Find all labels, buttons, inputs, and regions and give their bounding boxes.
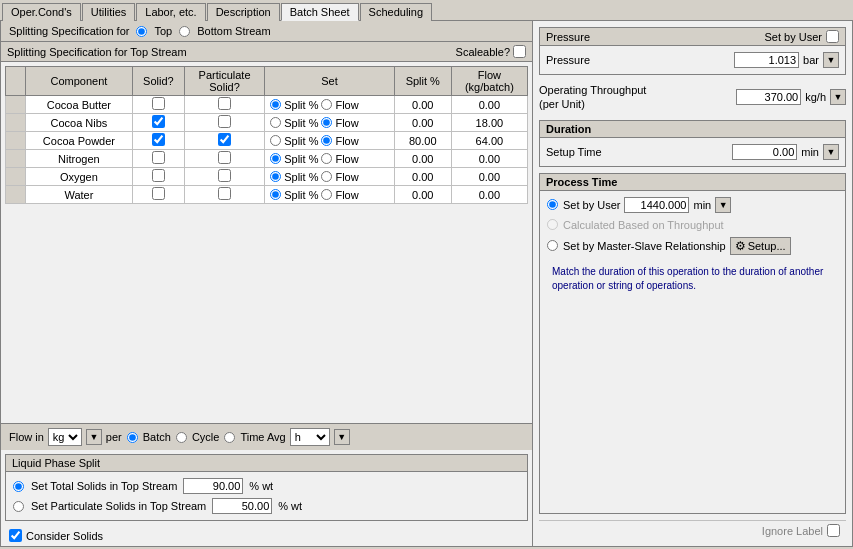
consider-solids-checkbox[interactable] (9, 529, 22, 542)
tab-utilities[interactable]: Utilities (82, 3, 135, 21)
duration-section: Duration Setup Time min ▼ (539, 120, 846, 167)
split-value-3: 0.00 (394, 150, 451, 168)
setup-button[interactable]: ⚙ Setup... (730, 237, 791, 255)
particulate-checkbox-0[interactable] (218, 97, 231, 110)
pressure-label: Pressure (546, 54, 730, 66)
flow-radio-4[interactable] (321, 171, 332, 182)
solid-checkbox-2[interactable] (152, 133, 165, 146)
process-time-input[interactable] (624, 197, 689, 213)
particulate-checkbox-3[interactable] (218, 151, 231, 164)
flow-radio-2[interactable] (321, 135, 332, 146)
flow-unit-dropdown[interactable]: ▼ (86, 429, 102, 445)
scaleable-label: Scaleable? (456, 46, 510, 58)
time-avg-label: Time Avg (240, 431, 285, 443)
flow-radio-5[interactable] (321, 189, 332, 200)
split-pct-radio-2[interactable] (270, 135, 281, 146)
particulate-checkbox-4[interactable] (218, 169, 231, 182)
lp-unit-2: % wt (278, 500, 302, 512)
setup-btn-label: Setup... (748, 240, 786, 252)
tab-labor[interactable]: Labor, etc. (136, 3, 205, 21)
row-num-2 (6, 132, 26, 150)
flow-unit-select[interactable]: kg lb (48, 428, 82, 446)
set-by-user-row: Set by User min ▼ (546, 197, 839, 213)
pressure-unit-dropdown[interactable]: ▼ (823, 52, 839, 68)
particulate-checkbox-5[interactable] (218, 187, 231, 200)
flow-value-5: 0.00 (451, 186, 527, 204)
scaleable-checkbox[interactable] (513, 45, 526, 58)
solid-checkbox-4[interactable] (152, 169, 165, 182)
ignore-label-checkbox[interactable] (827, 524, 840, 537)
duration-body: Setup Time min ▼ (540, 138, 845, 166)
set-2: Split %Flow (265, 132, 395, 150)
lp-total-solids-input[interactable] (183, 478, 243, 494)
component-1: Cocoa Nibs (26, 114, 133, 132)
tab-oper-conds[interactable]: Oper.Cond's (2, 3, 81, 21)
lp-total-solids-label: Set Total Solids in Top Stream (31, 480, 177, 492)
calc-throughput-label: Calculated Based on Throughput (563, 219, 724, 231)
cycle-radio[interactable] (176, 432, 187, 443)
lp-total-solids-radio[interactable] (13, 481, 24, 492)
lp-particulate-solids-radio[interactable] (13, 501, 24, 512)
splitting-spec-label: Splitting Specification for (9, 25, 129, 37)
particulate-4 (184, 168, 264, 186)
master-slave-label: Set by Master-Slave Relationship (563, 240, 726, 252)
batch-radio[interactable] (127, 432, 138, 443)
component-0: Cocoa Butter (26, 96, 133, 114)
throughput-input[interactable] (736, 89, 801, 105)
solid-5 (132, 186, 184, 204)
flow-label-5: Flow (335, 189, 358, 201)
throughput-unit-dropdown[interactable]: ▼ (830, 89, 846, 105)
tab-scheduling[interactable]: Scheduling (360, 3, 432, 21)
particulate-checkbox-2[interactable] (218, 133, 231, 146)
liquid-phase-body: Set Total Solids in Top Stream % wt Set … (6, 472, 527, 520)
set-1: Split %Flow (265, 114, 395, 132)
split-pct-radio-0[interactable] (270, 99, 281, 110)
col-solid: Solid? (132, 67, 184, 96)
flow-value-4: 0.00 (451, 168, 527, 186)
per-label: per (106, 431, 122, 443)
section-header: Splitting Specification for Top Stream S… (1, 42, 532, 62)
set-3: Split %Flow (265, 150, 395, 168)
components-table: Component Solid? ParticulateSolid? Set S… (5, 66, 528, 204)
lp-unit-1: % wt (249, 480, 273, 492)
lp-particulate-solids-input[interactable] (212, 498, 272, 514)
pressure-body: Pressure bar ▼ (540, 46, 845, 74)
split-pct-radio-4[interactable] (270, 171, 281, 182)
split-pct-radio-3[interactable] (270, 153, 281, 164)
flow-radio-3[interactable] (321, 153, 332, 164)
process-time-unit-dropdown[interactable]: ▼ (715, 197, 731, 213)
top-stream-radio[interactable] (136, 26, 147, 37)
tab-description[interactable]: Description (207, 3, 280, 21)
setup-time-input[interactable] (732, 144, 797, 160)
solid-checkbox-3[interactable] (152, 151, 165, 164)
split-pct-radio-5[interactable] (270, 189, 281, 200)
tab-bar: Oper.Cond's Utilities Labor, etc. Descri… (0, 0, 853, 20)
solid-checkbox-0[interactable] (152, 97, 165, 110)
throughput-row: Operating Throughput(per Unit) kg/h ▼ (539, 81, 846, 114)
flow-radio-0[interactable] (321, 99, 332, 110)
cycle-label: Cycle (192, 431, 220, 443)
flow-value-0: 0.00 (451, 96, 527, 114)
process-time-unit: min (693, 199, 711, 211)
set-by-user-radio[interactable] (547, 199, 558, 210)
flow-radio-1[interactable] (321, 117, 332, 128)
pressure-input[interactable] (734, 52, 799, 68)
setup-time-unit-dropdown[interactable]: ▼ (823, 144, 839, 160)
time-unit-select[interactable]: h min (290, 428, 330, 446)
bottom-stream-radio[interactable] (179, 26, 190, 37)
solid-checkbox-1[interactable] (152, 115, 165, 128)
master-slave-radio[interactable] (547, 240, 558, 251)
split-value-0: 0.00 (394, 96, 451, 114)
time-avg-radio[interactable] (224, 432, 235, 443)
component-5: Water (26, 186, 133, 204)
tab-batch-sheet[interactable]: Batch Sheet (281, 3, 359, 21)
set-by-user-checkbox[interactable] (826, 30, 839, 43)
time-unit-dropdown[interactable]: ▼ (334, 429, 350, 445)
split-pct-label-0: Split % (284, 99, 318, 111)
bottom-bar: Flow in kg lb ▼ per Batch Cycle Time Avg… (1, 423, 532, 450)
calc-throughput-radio[interactable] (547, 219, 558, 230)
solid-checkbox-5[interactable] (152, 187, 165, 200)
split-pct-radio-1[interactable] (270, 117, 281, 128)
pressure-section: Pressure Set by User Pressure bar ▼ (539, 27, 846, 75)
particulate-checkbox-1[interactable] (218, 115, 231, 128)
